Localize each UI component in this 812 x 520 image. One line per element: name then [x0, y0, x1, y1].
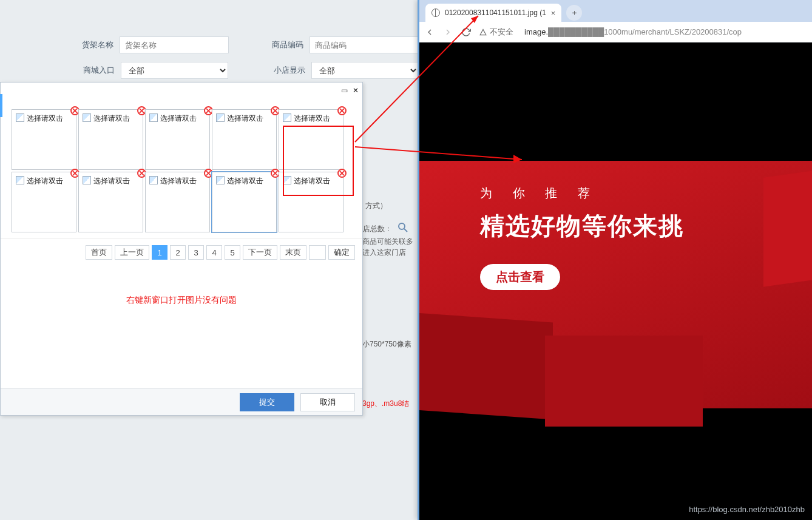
page-jump-ok[interactable]: 确定: [328, 245, 355, 260]
browser-tab[interactable]: 01202008311041151011.jpg (1 ×: [425, 4, 561, 22]
frag-b: 店总数：: [363, 224, 392, 234]
globe-icon: [431, 8, 440, 17]
thumbnail-label: 选择请双击: [227, 176, 263, 228]
page-viewport: 为 你 推 荐 精选好物等你来挑 点击查看: [419, 42, 812, 520]
reload-icon[interactable]: [461, 27, 472, 38]
shop-display-label: 小店显示: [263, 65, 305, 76]
broken-image-icon: [83, 176, 91, 184]
thumbnail-grid: 选择请双击选择请双击选择请双击选择请双击选择请双击选择请双击选择请双击选择请双击…: [1, 98, 362, 238]
thumbnail-item[interactable]: 选择请双击: [279, 109, 343, 170]
thumbnail-label: 选择请双击: [93, 113, 130, 166]
thumbnail-item[interactable]: 选择请双击: [78, 172, 143, 232]
page-5[interactable]: 5: [225, 245, 240, 260]
tab-bar: 01202008311041151011.jpg (1 × ＋: [419, 0, 812, 22]
page-jump-input[interactable]: [309, 245, 326, 260]
page-4[interactable]: 4: [206, 245, 222, 260]
promo-banner: 为 你 推 荐 精选好物等你来挑 点击查看: [419, 161, 812, 408]
search-icon[interactable]: [397, 221, 409, 234]
dialog-note: 右键新窗口打开图片没有问题: [1, 266, 362, 324]
page-first[interactable]: 首页: [86, 245, 112, 260]
broken-image-icon: [216, 176, 225, 184]
thumbnail-item[interactable]: 选择请双击: [212, 109, 277, 170]
product-code-input[interactable]: [310, 36, 419, 53]
broken-image-icon: [149, 176, 158, 184]
broken-image-icon: [16, 113, 24, 122]
thumbnail-label: 选择请双击: [294, 113, 330, 166]
frag-a: 方式）: [365, 201, 387, 211]
browser-window: 01202008311041151011.jpg (1 × ＋ 不安全 imag…: [418, 0, 812, 520]
thumbnail-label: 选择请双击: [27, 113, 63, 166]
tab-close-icon[interactable]: ×: [551, 8, 556, 18]
thumbnail-item[interactable]: 选择请双击: [212, 172, 277, 232]
url-display[interactable]: image.██████████1000mu/merchant/LSKZ/202…: [524, 27, 742, 36]
maximize-icon[interactable]: ▭: [341, 86, 348, 95]
mall-entry-select[interactable]: 全部: [121, 62, 228, 79]
image-picker-dialog: ▭ ✕ 选择请双击选择请双击选择请双击选择请双击选择请双击选择请双击选择请双击选…: [0, 82, 363, 416]
thumbnail-label: 选择请双击: [227, 113, 263, 166]
thumbnail-item[interactable]: 选择请双击: [145, 172, 210, 232]
page-prev[interactable]: 上一页: [115, 245, 149, 260]
page-1[interactable]: 1: [152, 245, 167, 260]
pagination: 首页 上一页 1 2 3 4 5 下一页 末页 确定: [1, 238, 362, 266]
svg-point-0: [399, 223, 405, 229]
thumbnail-label: 选择请双击: [160, 176, 197, 228]
mall-entry-label: 商城入口: [73, 65, 115, 76]
insecure-badge[interactable]: 不安全: [479, 27, 513, 38]
frag-f: 3gp、.m3u8结: [362, 399, 409, 409]
banner-cta-button[interactable]: 点击查看: [480, 264, 560, 290]
thumbnail-item[interactable]: 选择请双击: [279, 172, 343, 232]
shop-display-select[interactable]: 全部: [311, 62, 419, 79]
thumbnail-label: 选择请双击: [93, 176, 130, 228]
modal-active-indicator: [0, 94, 2, 117]
thumbnail-label: 选择请双击: [294, 176, 330, 228]
broken-image-icon: [216, 113, 225, 122]
page-next[interactable]: 下一页: [243, 245, 277, 260]
thumbnail-item[interactable]: 选择请双击: [12, 172, 76, 232]
back-icon[interactable]: [424, 27, 435, 38]
thumbnail-label: 选择请双击: [27, 176, 63, 228]
banner-subtitle: 为 你 推 荐: [480, 185, 598, 201]
broken-image-icon: [283, 176, 291, 184]
delete-icon[interactable]: [337, 169, 347, 178]
page-2[interactable]: 2: [170, 245, 186, 260]
broken-image-icon: [149, 113, 158, 122]
thumbnail-item[interactable]: 选择请双击: [12, 109, 76, 170]
close-icon[interactable]: ✕: [353, 86, 359, 95]
forward-icon[interactable]: [442, 27, 453, 38]
banner-title: 精选好物等你来挑: [480, 209, 684, 243]
shelf-name-input[interactable]: [120, 36, 229, 53]
broken-image-icon: [16, 176, 24, 184]
broken-image-icon: [83, 113, 91, 122]
thumbnail-item[interactable]: 选择请双击: [145, 109, 210, 170]
thumbnail-label: 选择请双击: [160, 113, 197, 166]
frag-e: 小750*750像素: [362, 339, 411, 349]
product-code-label: 商品编码: [263, 39, 304, 50]
delete-icon[interactable]: [337, 106, 347, 115]
frag-c: 商品可能关联多: [362, 237, 413, 247]
page-3[interactable]: 3: [188, 245, 204, 260]
frag-d: 进入这家门店: [362, 248, 406, 258]
broken-image-icon: [283, 113, 291, 122]
svg-line-1: [404, 229, 407, 232]
shelf-name-label: 货架名称: [73, 39, 113, 50]
address-bar: 不安全 image.██████████1000mu/merchant/LSKZ…: [419, 22, 812, 42]
cancel-button[interactable]: 取消: [300, 393, 355, 411]
watermark: https://blog.csdn.net/zhb2010zhb: [689, 505, 805, 514]
tab-title: 01202008311041151011.jpg (1: [445, 8, 546, 17]
filter-form: 货架名称 商品编码 商城入口 全部 小店显示 全部: [0, 24, 419, 87]
new-tab-button[interactable]: ＋: [566, 5, 582, 21]
submit-button[interactable]: 提交: [240, 393, 294, 411]
page-last[interactable]: 末页: [280, 245, 306, 260]
thumbnail-item[interactable]: 选择请双击: [78, 109, 143, 170]
